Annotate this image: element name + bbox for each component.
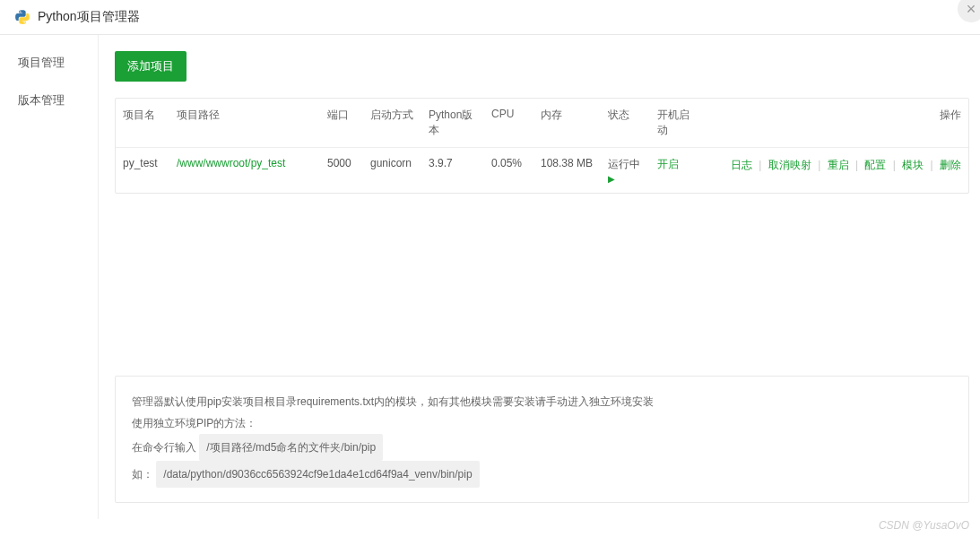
col-port: 端口 (320, 99, 363, 148)
action-unmap[interactable]: 取消映射 (768, 159, 811, 171)
status-text: 运行中 (608, 158, 640, 170)
sidebar-item-project-manage[interactable]: 项目管理 (0, 44, 98, 82)
hint-line2: 使用独立环境PIP的方法： (132, 412, 952, 434)
col-status: 状态 (601, 99, 650, 148)
hint-line3: 在命令行输入 /项目路径/md5命名的文件夹/bin/pip (132, 434, 952, 461)
table-row: py_test /www/wwwroot/py_test 5000 gunico… (116, 148, 968, 194)
cell-python-ver: 3.9.7 (421, 148, 484, 194)
action-restart[interactable]: 重启 (828, 159, 849, 171)
col-ops: 操作 (699, 99, 968, 148)
window-header: Python项目管理器 × (0, 0, 980, 35)
col-python-ver: Python版本 (421, 99, 484, 148)
col-cpu: CPU (484, 99, 533, 148)
hint-panel: 管理器默认使用pip安装项目根目录requirements.txt内的模块，如有… (115, 376, 969, 503)
close-icon[interactable]: × (958, 0, 980, 22)
spacer (115, 194, 969, 358)
hint-line1: 管理器默认使用pip安装项目根目录requirements.txt内的模块，如有… (132, 391, 952, 412)
col-mem: 内存 (533, 99, 601, 148)
cell-name: py_test (116, 148, 169, 194)
cell-start-mode: gunicorn (363, 148, 421, 194)
col-name: 项目名 (116, 99, 169, 148)
col-start-mode: 启动方式 (363, 99, 421, 148)
hint-line3-prefix: 在命令行输入 (132, 441, 196, 454)
action-module[interactable]: 模块 (902, 159, 924, 171)
action-delete[interactable]: 删除 (940, 159, 961, 171)
main-content: 添加项目 项目名 项目 (99, 35, 980, 519)
cell-mem: 108.38 MB (533, 148, 601, 194)
cell-path-link[interactable]: /www/wwwroot/py_test (177, 157, 285, 169)
table-header-row: 项目名 项目路径 端口 启动方式 Python版本 CPU 内存 状态 开机启动… (116, 99, 968, 148)
hint-line3-code: /项目路径/md5命名的文件夹/bin/pip (199, 434, 383, 461)
hint-line4-code: /data/python/d9036cc6563924cf9e1da4e1cd6… (156, 461, 479, 488)
project-table: 项目名 项目路径 端口 启动方式 Python版本 CPU 内存 状态 开机启动… (115, 98, 969, 194)
cell-actions: 日志 | 取消映射 | 重启 | 配置 | 模块 | 删除 (699, 148, 968, 194)
sidebar-item-version-manage[interactable]: 版本管理 (0, 82, 98, 119)
cell-autostart-toggle[interactable]: 开启 (657, 158, 679, 170)
hint-line4: 如： /data/python/d9036cc6563924cf9e1da4e1… (132, 461, 952, 488)
sidebar: 项目管理 版本管理 (0, 35, 99, 519)
window-title: Python项目管理器 (38, 9, 140, 25)
cell-port: 5000 (320, 148, 363, 194)
col-path: 项目路径 (169, 99, 320, 148)
action-log[interactable]: 日志 (731, 159, 752, 171)
cell-status[interactable]: 运行中 ▶ (601, 148, 650, 194)
action-config[interactable]: 配置 (864, 159, 886, 171)
play-icon: ▶ (608, 174, 643, 184)
col-autostart: 开机启动 (650, 99, 699, 148)
cell-cpu: 0.05% (484, 148, 533, 194)
python-icon (14, 9, 30, 25)
hint-line4-prefix: 如： (132, 468, 153, 481)
add-project-button[interactable]: 添加项目 (115, 51, 186, 82)
main-container: 项目管理 版本管理 添加项目 (0, 35, 980, 519)
